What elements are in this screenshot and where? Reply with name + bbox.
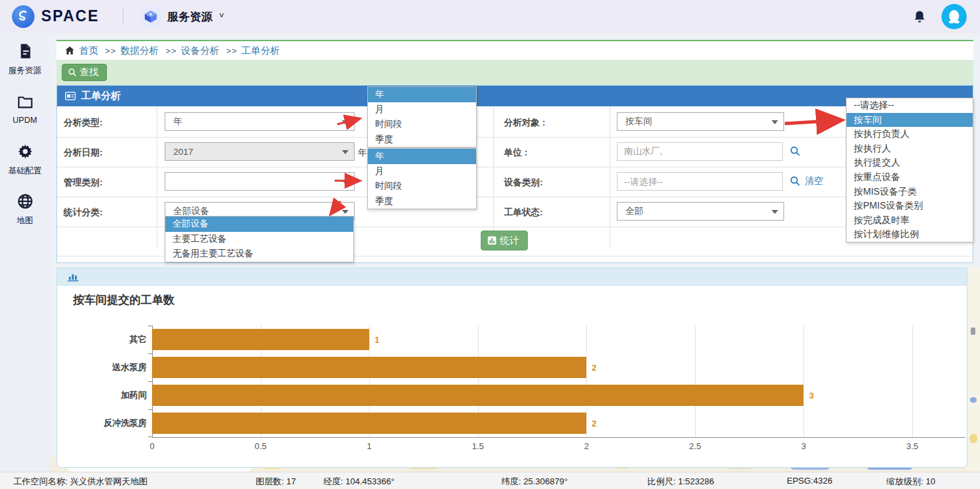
chart-x-axis [152,437,965,438]
x-tick-label: 1 [367,441,372,451]
bar-chart-icon[interactable] [68,272,80,282]
workorder-status-label: 工单状态: [504,207,543,219]
device-category-label: 设备类别: [504,177,543,189]
globe-icon [17,193,34,210]
chevron-down-icon[interactable]: ˅ [219,11,224,21]
status-epsg: EPSG:4326 [787,476,833,486]
status-longitude: 经度: 104.453366° [323,476,394,488]
status-workspace-name: 工作空间名称: 兴义供水管网天地图 [13,476,147,488]
x-tick-label: 0.5 [255,441,267,451]
sidebar-item-label: UPDM [0,116,50,125]
dropdown-option[interactable]: 按PMIS设备类别 [847,199,973,213]
statistic-category-label: 统计分类: [64,207,103,219]
x-tick-label: 2.5 [689,441,701,451]
unit-input[interactable] [617,142,783,161]
caret-down-icon [342,210,349,214]
dropdown-option[interactable]: 按执行人 [847,142,973,156]
device-clear-link[interactable]: 清空 [805,175,823,187]
management-category-label: 管理类别: [64,177,103,189]
x-tick-label: 3.5 [906,441,918,451]
analysis-object-select[interactable]: 按车间 [617,112,784,131]
analysis-date-value: 2017 [173,147,193,157]
dropdown-option[interactable]: 执行提交人 [847,155,973,170]
status-layer-count: 图层数: 17 [256,476,296,488]
dropdown-option[interactable]: 年 [368,87,476,102]
statistics-button[interactable]: 统计 [481,231,528,250]
unit-label: 单位 : [504,147,527,159]
dropdown-option[interactable]: 主要工艺设备 [165,232,353,247]
bar-其它 [152,329,369,350]
caret-down-icon [772,210,778,214]
map-status-bar: 工作空间名称: 兴义供水管网天地图 图层数: 17 经度: 104.453366… [0,472,980,489]
panel-header: 工单分析 [57,86,973,106]
dropdown-option[interactable]: 月 [368,102,476,118]
analysis-type-select[interactable]: 年 [165,112,355,131]
sidebar-item-service-resources[interactable]: 服务资源 [0,43,50,76]
dropdown-option[interactable]: 按车间 [847,113,973,128]
sidebar-item-map[interactable]: 地图 [0,193,50,227]
dropdown-option[interactable]: 无备用主要工艺设备 [165,246,353,262]
user-avatar[interactable] [941,4,967,29]
dropdown-option[interactable]: 按完成及时率 [847,213,973,228]
dropdown-option[interactable]: 年 [368,149,476,164]
dropdown-option[interactable]: 按重点设备 [847,170,973,185]
sidebar-item-label: 基础配置 [0,165,50,177]
y-category-label: 其它 [64,334,147,345]
dropdown-option[interactable]: 按执行负责人 [847,127,973,142]
breadcrumb-device-analysis[interactable]: 设备分析 [181,45,219,57]
gridline [912,326,913,437]
folder-icon [17,93,34,110]
management-category-select[interactable] [165,172,355,191]
analysis-object-label: 分析对象 : [504,117,545,129]
dropdown-option[interactable]: --请选择-- [847,98,973,113]
module-selector[interactable]: 服务资源 [167,9,212,25]
analysis-type-value: 年 [173,116,183,128]
x-tick-label: 1.5 [472,441,484,451]
dropdown-option[interactable]: 按计划维修比例 [847,227,973,242]
device-search-icon[interactable] [789,175,801,187]
workorder-status-select[interactable]: 全部 [617,202,784,221]
breadcrumb-separator: >> [226,46,237,56]
dropdown-option[interactable]: 全部设备 [165,217,353,232]
brand-logo-icon [12,5,35,28]
breadcrumb: 首页 >> 数据分析 >> 设备分析 >> 工单分析 [56,40,973,60]
breadcrumb-data-analysis[interactable]: 数据分析 [120,45,159,57]
y-category-label: 送水泵房 [64,361,147,373]
map-strip-right [967,268,980,472]
dropdown-option[interactable]: 季度 [368,132,476,147]
dropdown-option[interactable]: 时间段 [368,179,476,194]
device-category-input[interactable] [617,172,783,191]
bar-value-label: 2 [592,363,596,373]
workorder-status-value: 全部 [625,205,643,217]
chart-title: 按车间提交的工单数 [73,292,175,308]
statistics-icon [487,236,497,245]
sidebar-item-updm[interactable]: UPDM [0,93,50,125]
bar-value-label: 1 [374,335,379,345]
dropdown-option[interactable]: 季度 [368,194,476,209]
breadcrumb-separator: >> [165,46,177,56]
bar-送水泵房 [152,357,586,378]
breadcrumb-workorder-analysis[interactable]: 工单分析 [242,45,280,57]
search-button-label: 查找 [80,66,98,78]
analysis-object-value: 按车间 [625,116,653,128]
sidebar-item-basic-config[interactable]: 基础配置 [0,143,50,177]
dropdown-option[interactable]: 月 [368,164,476,179]
dropdown-option[interactable]: 按MIS设备子类 [847,185,973,199]
y-category-label: 加药间 [64,389,147,401]
analysis-date-unit: 年 [358,147,367,159]
x-tick-label: 0 [149,441,154,451]
home-icon[interactable] [64,45,75,56]
analysis-date-select[interactable]: 2017 [165,142,355,161]
notification-bell-icon[interactable] [912,9,927,27]
x-tick-label: 3 [801,441,806,451]
status-latitude: 纬度: 25.306879° [501,476,568,488]
breadcrumb-home[interactable]: 首页 [79,45,98,57]
app-root: SPACE 服务资源 ˅ 服务资源 UPDM [0,0,980,489]
left-sidebar: 服务资源 UPDM 基础配置 地图 [0,33,50,472]
unit-search-icon[interactable] [789,146,801,157]
status-zoom-level: 缩放级别: 10 [886,476,936,488]
search-button[interactable]: 查找 [62,64,107,81]
scrollbar-thumb[interactable] [971,328,975,335]
statistic-category-dropdown: 全部设备主要工艺设备无备用主要工艺设备 [165,216,354,262]
dropdown-option[interactable]: 时间段 [368,117,476,132]
